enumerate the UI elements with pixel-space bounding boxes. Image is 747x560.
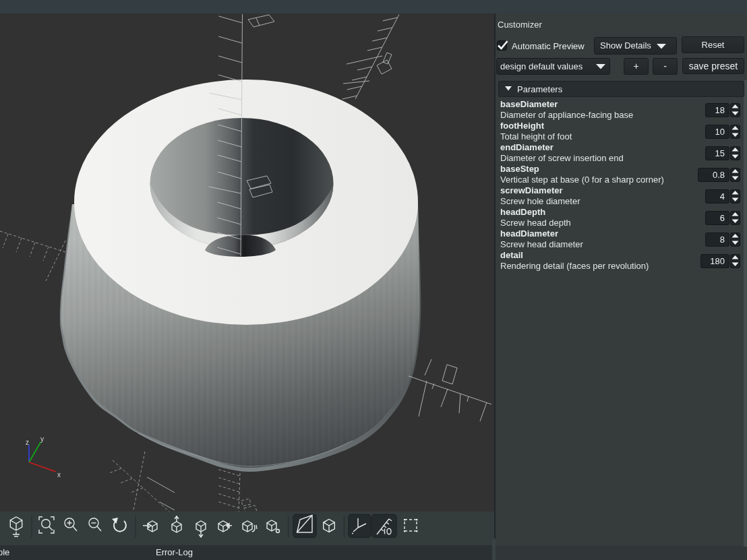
svg-text:z: z xyxy=(26,439,29,446)
svg-text:x: x xyxy=(57,471,61,478)
svg-text:y: y xyxy=(40,435,44,443)
